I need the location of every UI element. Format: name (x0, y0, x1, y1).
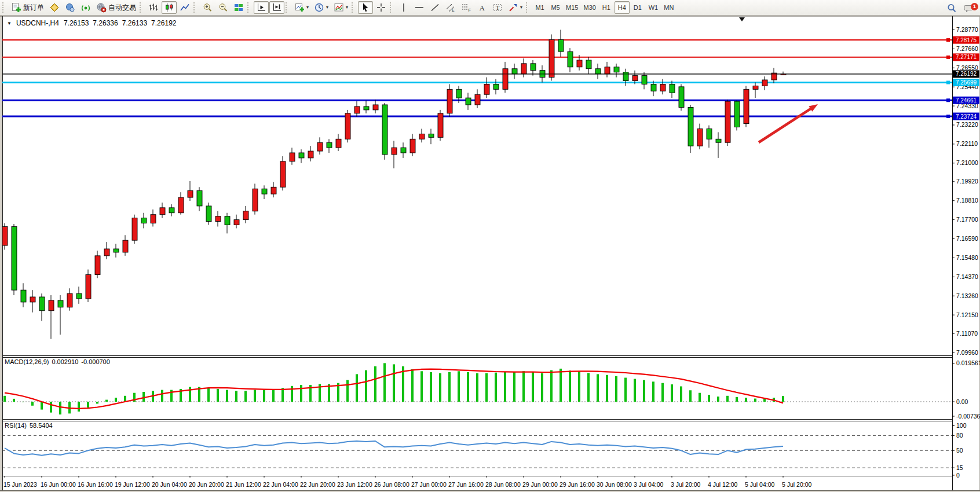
hline-handle[interactable] (946, 115, 950, 118)
search-icon (946, 3, 957, 13)
signals-button[interactable] (78, 1, 93, 14)
candle (76, 293, 82, 299)
candle (21, 290, 26, 302)
equidistant-channel-icon: E (445, 2, 456, 13)
chart-shift-button[interactable] (269, 1, 284, 14)
new-order-icon (11, 2, 21, 13)
cursor-button[interactable] (358, 1, 373, 14)
chart-caret-icon[interactable]: ▼ (7, 21, 12, 26)
time-axis-label: 3 Jul 04:00 (634, 481, 664, 488)
zoom-out-button[interactable] (215, 1, 231, 14)
new-chart-dropdown-icon[interactable]: ▾ (306, 5, 309, 10)
chart-window: 7.287707.276607.265507.254407.243307.232… (0, 16, 980, 492)
candle (206, 206, 211, 222)
new-order-button[interactable]: 新订单 (9, 1, 46, 14)
navigator-button[interactable] (63, 1, 78, 14)
autotrading-label: 自动交易 (108, 3, 136, 13)
auto-scroll-button[interactable] (254, 1, 269, 14)
trendline-button[interactable] (427, 1, 443, 14)
arrows-button[interactable]: ▾ (506, 1, 525, 14)
ohlc-close: 7.26192 (151, 19, 176, 27)
price-axis-tick: 7.18810 (956, 197, 978, 204)
timeframe-button-h4[interactable]: H4 (615, 1, 630, 14)
time-axis-label: 19 Jun 12:00 (115, 481, 150, 488)
equidistant-channel-button[interactable]: E (443, 1, 458, 14)
new-chart-button[interactable]: ▾ (292, 1, 311, 14)
candle (762, 80, 767, 86)
rsi-axis-tick: 80 (956, 432, 963, 439)
bar-chart-button[interactable] (146, 1, 161, 14)
text-button[interactable]: A (474, 1, 489, 14)
fibonacci-button[interactable]: F (459, 1, 474, 14)
time-axis-label: 29 Jun 16:00 (560, 481, 595, 488)
text-label-button[interactable]: T (490, 1, 505, 14)
search-button[interactable] (944, 2, 959, 14)
timeframe-button-m1[interactable]: M1 (532, 1, 547, 14)
market-watch-icon (49, 2, 60, 13)
periods-button[interactable]: ▾ (312, 1, 331, 14)
price-axis-tick: 7.22110 (956, 140, 978, 147)
price-axis-tick: 7.14370 (956, 273, 978, 280)
candle (670, 84, 675, 93)
candle (429, 134, 434, 137)
price-axis-tick: 7.16590 (956, 235, 978, 242)
candle (336, 139, 341, 148)
line-chart-button[interactable] (177, 1, 192, 14)
timeframe-button-m5[interactable]: M5 (548, 1, 563, 14)
timeframe-button-h1[interactable]: H1 (599, 1, 614, 14)
vertical-line-button[interactable] (396, 1, 411, 14)
ohlc-high: 7.26336 (93, 19, 118, 27)
templates-dropdown-icon[interactable]: ▾ (346, 5, 348, 10)
candle (225, 216, 230, 225)
price-axis-tick: 7.12150 (956, 311, 978, 318)
zoom-in-button[interactable] (200, 1, 215, 14)
candle (392, 148, 397, 155)
timeframe-button-d1[interactable]: D1 (630, 1, 645, 14)
candle (299, 153, 304, 158)
candle (95, 256, 100, 275)
hline-handle[interactable] (946, 38, 950, 42)
time-axis-label: 30 Jun 08:00 (597, 481, 632, 488)
crosshair-button[interactable] (374, 1, 389, 14)
hline-handle[interactable] (946, 80, 950, 84)
candlestick-chart-button[interactable] (162, 1, 177, 14)
timeframe-button-mn[interactable]: MN (661, 1, 677, 14)
timeframe-button-m15[interactable]: M15 (564, 1, 580, 14)
time-axis-label: 23 Jun 12:00 (337, 481, 372, 488)
arrows-dropdown-icon[interactable]: ▾ (520, 5, 522, 10)
autotrading-icon (96, 2, 107, 13)
price-axis-tick: 7.17700 (956, 216, 978, 223)
toolbar-grip (526, 2, 531, 13)
candle (447, 89, 452, 113)
candle (104, 249, 109, 256)
candle (151, 215, 156, 223)
svg-text:F: F (469, 8, 471, 13)
hline-handle[interactable] (946, 98, 950, 102)
templates-button[interactable]: ▾ (331, 1, 350, 14)
price-axis-tick: 7.15480 (956, 254, 978, 261)
timeframe-button-m30[interactable]: M30 (581, 1, 598, 14)
price-axis-tick: 7.11070 (956, 330, 978, 337)
price-chart-canvas[interactable]: 7.287707.276607.265507.254407.243307.232… (0, 16, 980, 492)
candle (141, 218, 147, 223)
timeframe-button-w1[interactable]: W1 (646, 1, 661, 14)
autotrading-button[interactable]: 自动交易 (94, 1, 138, 14)
price-tag-label: 7.24661 (956, 97, 977, 104)
candle (12, 226, 17, 290)
periods-dropdown-icon[interactable]: ▾ (326, 5, 328, 10)
fibonacci-icon: F (461, 2, 471, 13)
candle (531, 64, 536, 71)
notifications-button[interactable]: 1 (961, 2, 977, 14)
time-axis-label: 15 Jun 2023 (3, 481, 37, 488)
market-watch-button[interactable] (47, 1, 62, 14)
horizontal-line-button[interactable] (412, 1, 427, 14)
zoom-out-icon (218, 2, 228, 13)
time-axis-label: 3 Jul 20:00 (671, 481, 701, 488)
hline-handle[interactable] (946, 56, 950, 59)
tile-windows-button[interactable] (231, 1, 246, 14)
candle (679, 87, 684, 108)
text-label-icon: T (492, 2, 503, 13)
rsi-name: RSI(14) (5, 422, 27, 429)
ohlc-low: 7.26133 (122, 19, 147, 27)
crosshair-icon (376, 2, 386, 13)
